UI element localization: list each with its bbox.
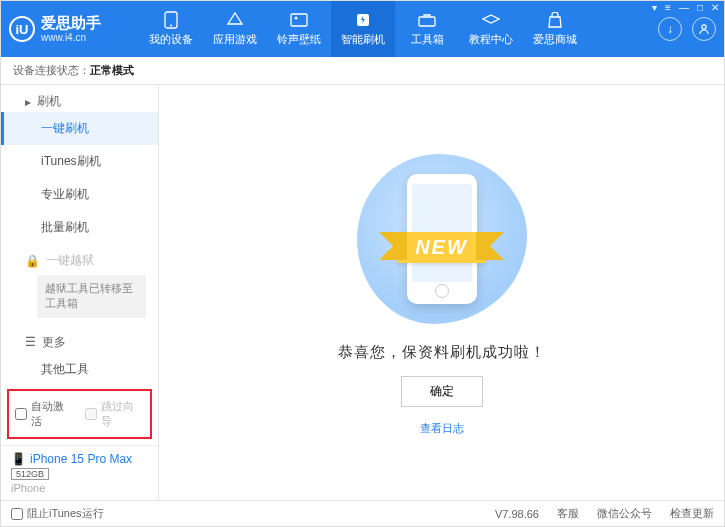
device-type: iPhone (11, 482, 148, 494)
close-icon[interactable]: ✕ (711, 2, 719, 13)
svg-point-1 (170, 25, 172, 27)
nav-toolbox[interactable]: 工具箱 (395, 1, 459, 57)
skip-setup-input[interactable] (85, 408, 97, 420)
toolbox-icon (417, 11, 437, 29)
version-text: V7.98.66 (495, 508, 539, 520)
user-button[interactable] (692, 17, 716, 41)
lock-icon: 🔒 (25, 254, 40, 268)
nav-label: 我的设备 (149, 32, 193, 47)
graduation-icon (481, 11, 501, 29)
download-button[interactable]: ↓ (658, 17, 682, 41)
new-ribbon: NEW (397, 232, 486, 263)
nav-label: 铃声壁纸 (277, 32, 321, 47)
nav-flash[interactable]: 智能刷机 (331, 1, 395, 57)
sidebar: ▸ 刷机 一键刷机 iTunes刷机 专业刷机 批量刷机 🔒 一键越狱 越狱工具… (1, 85, 159, 500)
maximize-icon[interactable]: □ (697, 2, 703, 13)
app-title: 爱思助手 (41, 15, 101, 32)
sidebar-item-batch-flash[interactable]: 批量刷机 (1, 211, 158, 244)
top-nav: 我的设备 应用游戏 铃声壁纸 智能刷机 工具箱 教程中心 爱思商城 (139, 1, 658, 57)
window-controls: ▾ ≡ — □ ✕ (652, 2, 719, 13)
check-update-link[interactable]: 检查更新 (670, 506, 714, 521)
flash-icon (353, 11, 373, 29)
image-icon (289, 11, 309, 29)
block-itunes-input[interactable] (11, 508, 23, 520)
main-content: NEW 恭喜您，保资料刷机成功啦！ 确定 查看日志 (159, 85, 724, 500)
minimize-icon[interactable]: — (679, 2, 689, 13)
sidebar-item-other-tools[interactable]: 其他工具 (1, 353, 158, 383)
support-link[interactable]: 客服 (557, 506, 579, 521)
auto-activate-input[interactable] (15, 408, 27, 420)
svg-rect-5 (419, 17, 435, 26)
success-message: 恭喜您，保资料刷机成功啦！ (338, 343, 546, 362)
nav-label: 教程中心 (469, 32, 513, 47)
nav-label: 智能刷机 (341, 32, 385, 47)
sidebar-item-oneclick-flash[interactable]: 一键刷机 (1, 112, 158, 145)
footer: 阻止iTunes运行 V7.98.66 客服 微信公众号 检查更新 (1, 500, 724, 526)
auto-activate-checkbox[interactable]: 自动激活 (15, 399, 75, 429)
nav-ringtones[interactable]: 铃声壁纸 (267, 1, 331, 57)
wechat-link[interactable]: 微信公众号 (597, 506, 652, 521)
checkbox-highlight-zone: 自动激活 跳过向导 (7, 389, 152, 439)
menu-icon: ☰ (25, 335, 36, 349)
device-storage: 512GB (11, 468, 49, 480)
bag-icon (545, 11, 565, 29)
nav-my-device[interactable]: 我的设备 (139, 1, 203, 57)
app-url: www.i4.cn (41, 32, 101, 43)
block-itunes-checkbox[interactable]: 阻止iTunes运行 (11, 506, 104, 521)
nav-label: 工具箱 (411, 32, 444, 47)
skip-setup-checkbox[interactable]: 跳过向导 (85, 399, 145, 429)
document-icon: ▸ (25, 95, 31, 109)
header-actions: ↓ (658, 17, 716, 41)
svg-rect-2 (291, 14, 307, 26)
status-bar: 设备连接状态： 正常模式 (1, 57, 724, 85)
svg-point-3 (295, 17, 298, 20)
menu-icon[interactable]: ≡ (665, 2, 671, 13)
view-log-link[interactable]: 查看日志 (420, 421, 464, 436)
phone-small-icon: 📱 (11, 452, 26, 466)
sidebar-group-jailbreak: 🔒 一键越狱 (1, 244, 158, 271)
sidebar-item-pro-flash[interactable]: 专业刷机 (1, 178, 158, 211)
apps-icon (225, 11, 245, 29)
logo-icon: iU (9, 16, 35, 42)
sidebar-group-flash[interactable]: ▸ 刷机 (1, 85, 158, 112)
status-label: 设备连接状态： (13, 63, 90, 78)
nav-store[interactable]: 爱思商城 (523, 1, 587, 57)
sidebar-group-more[interactable]: ☰ 更多 (1, 326, 158, 353)
logo[interactable]: iU 爱思助手 www.i4.cn (9, 15, 139, 43)
device-name[interactable]: 📱 iPhone 15 Pro Max (11, 452, 148, 466)
status-value: 正常模式 (90, 63, 134, 78)
jailbreak-note: 越狱工具已转移至工具箱 (37, 275, 146, 318)
device-info: 📱 iPhone 15 Pro Max 512GB iPhone (1, 445, 158, 500)
sidebar-item-itunes-flash[interactable]: iTunes刷机 (1, 145, 158, 178)
nav-label: 爱思商城 (533, 32, 577, 47)
svg-point-6 (702, 25, 706, 29)
ok-button[interactable]: 确定 (401, 376, 483, 407)
nav-apps[interactable]: 应用游戏 (203, 1, 267, 57)
success-illustration: NEW (352, 149, 532, 329)
nav-label: 应用游戏 (213, 32, 257, 47)
header: iU 爱思助手 www.i4.cn 我的设备 应用游戏 铃声壁纸 智能刷机 工具… (1, 1, 724, 57)
nav-tutorials[interactable]: 教程中心 (459, 1, 523, 57)
phone-icon (161, 11, 181, 29)
dropdown-icon[interactable]: ▾ (652, 2, 657, 13)
